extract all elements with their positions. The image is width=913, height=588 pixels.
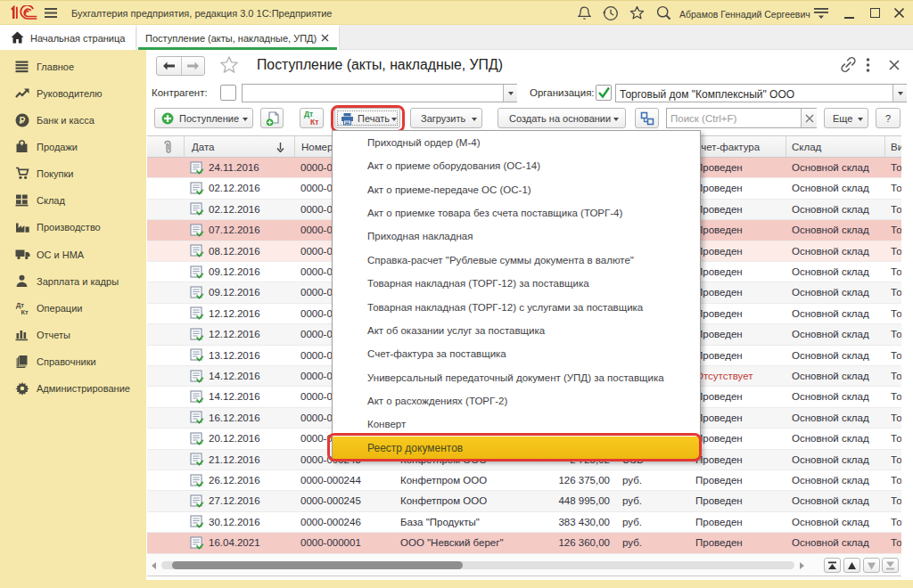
svg-text:Кт: Кт bbox=[21, 308, 29, 315]
svg-text:P: P bbox=[20, 116, 26, 126]
